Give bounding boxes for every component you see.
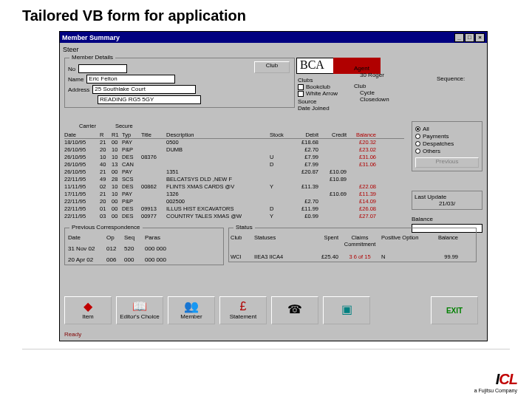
divider xyxy=(22,349,510,349)
clubs-label: Clubs xyxy=(298,77,345,83)
exit-button[interactable]: EXIT xyxy=(431,296,478,324)
member-button[interactable]: 👥Member xyxy=(168,296,215,324)
club-checkbox-bookclub[interactable]: Bookclub xyxy=(298,83,348,90)
closedown-label: Closedown xyxy=(354,96,435,103)
radio-despatches[interactable]: Despatches xyxy=(415,140,479,147)
window-title: Member Summary xyxy=(62,34,120,41)
club-button[interactable]: Club xyxy=(254,61,290,73)
sequence-label: Sequence: xyxy=(437,75,465,82)
filter-group: All Payments Despatches Others Previous xyxy=(412,121,482,171)
address-line1: 25 Southlake Court xyxy=(92,85,196,94)
table-row[interactable]: 26/10/952010P&PDUMB£2.70£23.02 xyxy=(64,146,404,154)
maximize-button[interactable]: □ xyxy=(465,33,474,42)
minimize-button[interactable]: _ xyxy=(454,33,464,42)
status-group: Status Club Statuses Spent Claims Commit… xyxy=(228,228,477,262)
table-row[interactable]: 22/11/950300DES00977COUNTRY TALES XMAS @… xyxy=(64,213,404,220)
book-icon: 📖 xyxy=(132,301,147,312)
carrier-label: Carrier xyxy=(79,123,96,129)
list-item[interactable]: 31 Nov 02012520000 000 xyxy=(68,245,222,252)
status-label: Status xyxy=(233,224,255,231)
close-button[interactable]: × xyxy=(475,33,485,42)
table-row[interactable]: 17/11/952110PAY1326£10.69£11.39 xyxy=(64,191,404,198)
phone-icon: ☎ xyxy=(287,304,302,315)
date-joined-label: Date Joined xyxy=(298,105,345,112)
last-update-group: Last Update 21/03/ xyxy=(412,191,482,210)
item-button[interactable]: ◆Item xyxy=(64,296,112,324)
club-checkbox-whitearrow[interactable]: White Arrow xyxy=(298,90,348,97)
cycle-label: Cycle xyxy=(354,89,435,96)
tag-icon: ◆ xyxy=(83,301,92,312)
people-icon: 👥 xyxy=(184,301,199,312)
last-update-value: 21/03/ xyxy=(415,200,480,207)
club-label: Club xyxy=(354,83,435,89)
secure-label: Secure xyxy=(115,123,133,129)
name-field: Eric Felton xyxy=(86,75,175,83)
table-row[interactable]: 22/11/950100DES09913ILLUS HIST EXCAVATOR… xyxy=(64,205,404,213)
pound-icon: £ xyxy=(240,301,247,312)
prev-corr-group: Previous Correspondence Date Op Seq Para… xyxy=(64,228,224,265)
steer-label: Steer xyxy=(63,46,484,53)
slide-title: Tailored VB form for application xyxy=(0,0,532,29)
titlebar: Member Summary _ □ × xyxy=(60,32,487,43)
table-row[interactable]: 26/10/951010DES08376U£7.99£31.06 xyxy=(64,154,404,161)
table-row[interactable]: 22/11/952000P&P002500£2.70£14.09 xyxy=(64,198,404,205)
footer-logo: ICL a Fujitsu Company xyxy=(474,371,517,393)
balance-label: Balance xyxy=(412,216,482,222)
no-input[interactable] xyxy=(78,64,127,73)
tx-header: Date R R1 Typ Title Description Stock De… xyxy=(64,132,404,139)
last-update-label: Last Update xyxy=(415,194,480,200)
radio-payments[interactable]: Payments xyxy=(415,133,479,140)
table-row[interactable]: 18/10/952100PAY0500£18.68£20.32 xyxy=(64,139,404,146)
agent-value: 30 Roger xyxy=(354,72,435,78)
statement-button[interactable]: £Statement xyxy=(219,296,267,324)
address-line2: READING RG5 5GY xyxy=(98,95,201,104)
previous-button[interactable]: Previous xyxy=(415,157,479,168)
radio-all[interactable]: All xyxy=(415,126,479,132)
agent-label: Agent xyxy=(354,65,435,72)
source-label: Source xyxy=(298,98,345,105)
button-bar: ◆Item 📖Editor's Choice 👥Member £Statemen… xyxy=(64,296,478,324)
monitor-button[interactable]: ▣ xyxy=(323,296,370,324)
list-item[interactable]: 20 Apr 02006000000 000 xyxy=(68,256,222,263)
address-label: Address xyxy=(68,86,89,93)
table-row[interactable]: 11/11/950210DES00862FLINTS XMAS CARDS @V… xyxy=(64,183,404,191)
name-label: Name xyxy=(68,76,83,83)
status-ready: Ready xyxy=(64,331,81,338)
agent-group: Agent 30 Roger Club Cycle Closedown xyxy=(354,65,435,103)
transactions-grid: Carrier Secure Date R R1 Typ Title Descr… xyxy=(64,121,404,220)
table-row[interactable]: 26/10/952100PAY1351£20.87£10.09 xyxy=(64,168,404,176)
radio-others[interactable]: Others xyxy=(415,148,479,154)
monitor-icon: ▣ xyxy=(341,304,352,315)
app-window: Member Summary _ □ × Steer Member Detail… xyxy=(59,31,488,341)
editors-choice-button[interactable]: 📖Editor's Choice xyxy=(116,296,163,324)
member-details-label: Member Details xyxy=(69,54,115,61)
table-row[interactable]: 22/11/954928SCSBELCATSYS DLD ,NEW F£10.8… xyxy=(64,176,404,183)
no-label: No xyxy=(68,66,75,72)
prev-corr-label: Previous Correspondence xyxy=(69,224,143,231)
table-row[interactable]: 26/10/954013CAND£7.99£31.06 xyxy=(64,161,404,168)
member-details-group: Member Details No Name Eric Felton Addre… xyxy=(64,58,295,108)
clubs-group: Clubs Bookclub White Arrow Source Date J… xyxy=(298,77,348,112)
phone-button[interactable]: ☎ xyxy=(271,296,318,324)
